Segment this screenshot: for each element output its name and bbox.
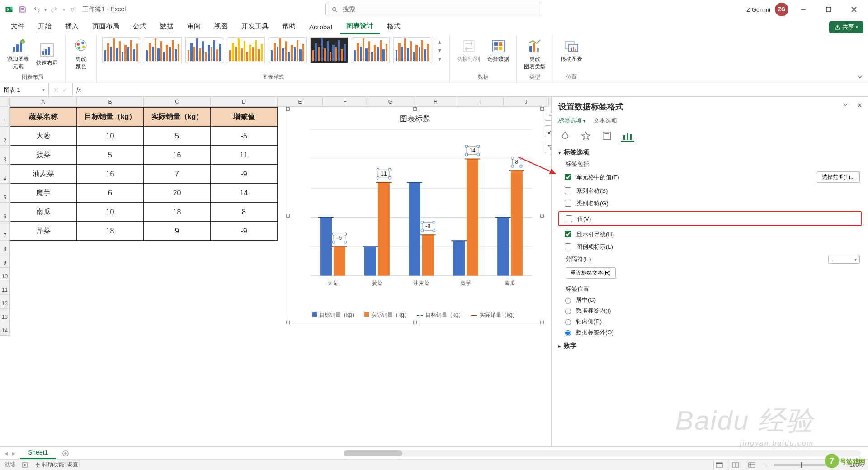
separator-select[interactable]: , ▾ <box>828 255 860 264</box>
horizontal-scrollbar[interactable] <box>344 450 861 456</box>
radio-inside-end[interactable] <box>565 309 571 314</box>
row-header[interactable]: 10 <box>0 268 10 281</box>
undo-icon[interactable] <box>31 4 42 15</box>
legend-item[interactable]: 目标销量（kg） <box>312 311 358 319</box>
chk-series-name-row[interactable]: 系列名称(S) <box>563 186 862 195</box>
switch-row-col-button[interactable]: 切换行/列 <box>455 37 482 64</box>
chart-style-thumb[interactable] <box>144 37 182 63</box>
empty-cell[interactable] <box>10 309 77 322</box>
maximize-icon[interactable] <box>818 2 839 17</box>
chart-styles-gallery[interactable]: ▴▾▾ <box>102 37 444 63</box>
col-header[interactable]: B <box>77 97 144 107</box>
chart-title[interactable]: 图表标题 <box>288 109 542 128</box>
table-header-cell[interactable]: 增减值 <box>211 107 278 127</box>
radio-inside-base-row[interactable]: 轴内侧(D) <box>563 318 862 326</box>
tab-formulas[interactable]: 公式 <box>127 19 153 34</box>
chart-legend[interactable]: 目标销量（kg）实际销量（kg）目标销量（kg）实际销量（kg） <box>288 311 542 319</box>
table-cell[interactable]: 5 <box>77 146 144 165</box>
table-cell[interactable]: 9 <box>144 222 211 241</box>
table-cell[interactable]: 南瓜 <box>10 203 77 222</box>
empty-cell[interactable] <box>144 281 211 295</box>
tab-data[interactable]: 数据 <box>154 19 180 34</box>
chart-style-thumb[interactable] <box>352 37 390 63</box>
chart-style-thumb[interactable] <box>227 37 265 63</box>
table-cell[interactable]: 14 <box>211 184 278 203</box>
radio-center-row[interactable]: 居中(C) <box>563 296 862 304</box>
section-number[interactable]: ▸ 数字 <box>558 342 862 350</box>
empty-cell[interactable] <box>144 268 211 281</box>
tab-file[interactable]: 文件 <box>5 19 31 34</box>
macro-record-icon[interactable] <box>22 462 28 468</box>
chart-styles-scroll[interactable]: ▴▾▾ <box>435 37 444 63</box>
table-cell[interactable]: 10 <box>77 127 144 146</box>
chart-style-thumb[interactable] <box>393 37 431 63</box>
empty-cell[interactable] <box>211 281 278 295</box>
empty-cell[interactable] <box>458 322 504 336</box>
view-pagebreak-icon[interactable] <box>746 461 758 469</box>
table-cell[interactable]: -9 <box>211 165 278 184</box>
tab-text-options[interactable]: 文本选项 <box>594 117 617 125</box>
empty-cell[interactable] <box>77 241 144 254</box>
table-cell[interactable]: 5 <box>144 127 211 146</box>
table-cell[interactable]: 8 <box>211 203 278 222</box>
row-header[interactable]: 13 <box>0 309 10 322</box>
chart-plot-area[interactable]: 0510152025-5大葱11菠菜-9油麦菜14魔芋8南瓜 <box>308 127 535 289</box>
tab-review[interactable]: 审阅 <box>181 19 207 34</box>
fill-line-icon[interactable] <box>558 130 572 142</box>
fx-icon[interactable]: fx <box>73 86 85 94</box>
table-cell[interactable]: 大葱 <box>10 127 77 146</box>
embedded-chart[interactable]: ＋ 图表标题 0510152025-5大葱11菠菜-9油麦菜14魔芋8南瓜 目标… <box>288 109 542 323</box>
empty-cell[interactable] <box>211 309 278 322</box>
empty-cell[interactable] <box>323 322 368 336</box>
row-header[interactable]: 7 <box>0 222 10 241</box>
table-header-cell[interactable]: 目标销量（kg） <box>77 107 144 127</box>
select-all-corner[interactable] <box>0 97 10 107</box>
col-header[interactable]: J <box>504 97 549 107</box>
empty-cell[interactable] <box>144 295 211 309</box>
panel-close-icon[interactable]: ✕ <box>857 101 863 109</box>
data-label[interactable]: 8 <box>511 157 522 167</box>
table-cell[interactable]: 7 <box>144 165 211 184</box>
sheet-nav-next-icon[interactable]: ▸ <box>12 450 15 457</box>
empty-cell[interactable] <box>368 322 413 336</box>
empty-cell[interactable] <box>77 281 144 295</box>
move-chart-button[interactable]: 移动图表 <box>559 37 584 64</box>
row-header[interactable]: 12 <box>0 295 10 309</box>
empty-cell[interactable] <box>144 241 211 254</box>
tab-acrobat[interactable]: Acrobat <box>303 20 339 34</box>
radio-center[interactable] <box>565 298 571 304</box>
chk-cell-value-row[interactable]: 单元格中的值(F) 选择范围(T)... <box>563 171 862 183</box>
sheet-tab-active[interactable]: Sheet1 <box>20 447 56 459</box>
empty-cell[interactable] <box>77 254 144 268</box>
row-header[interactable]: 11 <box>0 281 10 295</box>
tab-view[interactable]: 视图 <box>208 19 234 34</box>
table-header-cell[interactable]: 蔬菜名称 <box>10 107 77 127</box>
table-cell[interactable]: 魔芋 <box>10 184 77 203</box>
legend-item[interactable]: 实际销量（kg） <box>471 311 518 319</box>
row-header[interactable]: 5 <box>0 184 10 203</box>
col-header[interactable]: A <box>10 97 77 107</box>
empty-cell[interactable] <box>10 241 77 254</box>
empty-cell[interactable] <box>10 322 77 336</box>
legend-item[interactable]: 实际销量（kg） <box>364 311 410 319</box>
accessibility-status[interactable]: 辅助功能: 调查 <box>34 461 78 469</box>
radio-outside-end[interactable] <box>565 330 571 336</box>
select-data-button[interactable]: 选择数据 <box>486 37 511 64</box>
row-header[interactable]: 8 <box>0 241 10 254</box>
chart-styles-button[interactable] <box>545 125 552 137</box>
table-cell[interactable]: 油麦菜 <box>10 165 77 184</box>
size-properties-icon[interactable] <box>600 130 613 142</box>
chk-leader-lines-row[interactable]: 显示引导线(H) <box>563 229 862 239</box>
empty-cell[interactable] <box>211 268 278 281</box>
chk-leader-lines[interactable] <box>565 231 571 237</box>
chart-elements-button[interactable]: ＋ <box>545 109 552 121</box>
empty-cell[interactable] <box>10 281 77 295</box>
empty-cell[interactable] <box>211 254 278 268</box>
section-label-options[interactable]: ▾ 标签选项 <box>558 148 862 157</box>
empty-cell[interactable] <box>10 268 77 281</box>
empty-cell[interactable] <box>144 254 211 268</box>
table-cell[interactable]: 18 <box>144 203 211 222</box>
row-header[interactable]: 3 <box>0 146 10 165</box>
minimize-icon[interactable] <box>793 2 814 17</box>
chk-series-name[interactable] <box>565 187 571 194</box>
